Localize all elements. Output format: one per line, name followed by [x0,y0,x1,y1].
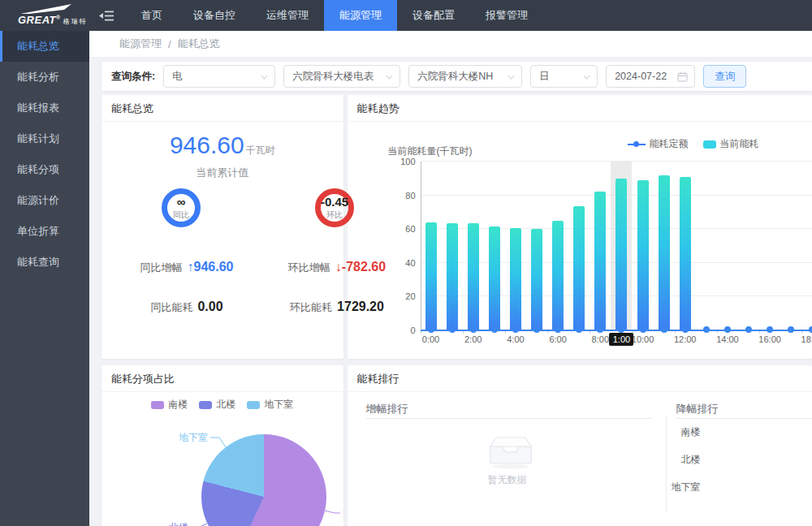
y-tick-label-20: 20 [388,291,416,301]
calendar-icon [677,71,688,82]
bar-0:00[interactable] [425,222,437,330]
legend-item-quota[interactable]: 能耗定额 [628,137,689,151]
x-tick-label-2:00: 2:00 [460,334,487,344]
rank-item-2[interactable]: 地下室 [667,481,701,494]
top-bar: GREAT®格瑞特 首页设备自控运维管理能源管理设备配置报警管理 [0,0,812,31]
sidebar-collapse-button[interactable] [99,10,114,22]
y-tick-label-0: 0 [388,326,416,335]
sidebar-item-7[interactable]: 能耗查询 [0,247,89,278]
total-consumption-value: 946.60 [170,132,244,158]
main-area: 能源管理 / 能耗总览 查询条件: 电六院骨科大楼电表六院骨科大楼NH日 202… [89,31,812,526]
legend-item-current[interactable]: 当前能耗 [703,137,759,151]
bar-2:00[interactable] [468,223,479,330]
nav-item-2[interactable]: 运维管理 [251,0,324,31]
chevron-down-icon [261,73,268,80]
query-select-3-value: 日 [539,71,550,82]
fold-icon [99,10,114,22]
y-tick-label-40: 40 [388,258,416,268]
query-label: 查询条件: [111,70,155,84]
x-tick-label-18:00: 18:00 [798,334,812,344]
search-button[interactable]: 查询 [703,65,746,88]
rank-item-1[interactable]: 北楼 [667,453,701,467]
yoy-energy-value: 0.00 [197,300,222,313]
empty-text: 暂无数据 [348,473,667,487]
total-consumption-unit: 千瓦时 [246,144,275,156]
bar-3:00[interactable] [489,226,500,330]
nav-item-0[interactable]: 首页 [126,0,178,31]
nav-item-5[interactable]: 报警管理 [470,0,543,31]
quota-dot-11:00 [661,326,667,333]
quota-dot-1:00 [449,326,456,333]
overview-card-body: 946.60千瓦时 当前累计值 ∞ 同比 -0.45 环比 同比增幅↑946.6… [102,122,343,358]
breadcrumb: 能源管理 / 能耗总览 [89,31,812,57]
query-select-2[interactable]: 六院骨科大楼NH [408,65,522,88]
bar-6:00[interactable] [552,221,564,330]
sidebar-item-4[interactable]: 能耗分项 [0,154,89,185]
bar-8:00[interactable] [594,192,606,330]
sidebar-item-6[interactable]: 单位折算 [0,216,89,247]
rank-card: 能耗排行 增幅排行 降幅排行 暂无数据 南楼北楼地下室 [348,365,812,526]
quota-dot-13:00 [703,326,710,333]
quota-dot-5:00 [533,326,540,333]
x-tick-label-0:00: 0:00 [417,334,445,344]
brand-logo: GREAT®格瑞特 [0,0,91,31]
bar-1:00[interactable] [447,223,458,330]
breadcrumb-separator: / [168,38,171,50]
sidebar-item-0[interactable]: 能耗总览 [0,31,89,62]
bar-11:00[interactable] [659,175,670,330]
pie-card-title: 能耗分项占比 [102,365,343,392]
logo-swoosh-icon [19,3,78,15]
nav-item-3[interactable]: 能源管理 [324,0,397,31]
mom-growth-label: 环比增幅 [288,261,330,274]
logo-text: GREAT®格瑞特 [18,14,88,26]
pie-slice-label-1: 北楼 [169,522,188,526]
bar-4:00[interactable] [510,228,521,330]
mom-ring-label: 环比 [326,209,343,221]
bar-12:00[interactable] [680,177,691,330]
bar-7:00[interactable] [573,206,585,330]
quota-dot-7:00 [576,326,582,333]
sidebar-item-5[interactable]: 能源计价 [0,185,89,216]
x-tick-label-6:00: 6:00 [544,334,572,344]
quota-dot-2:00 [470,326,477,333]
chevron-down-icon [508,73,515,80]
sidebar-item-1[interactable]: 能耗分析 [0,62,89,93]
total-consumption-label: 当前累计值 [102,166,343,180]
sidebar-item-2[interactable]: 能耗报表 [0,93,89,123]
logo-registered-mark: ® [56,15,61,20]
trend-plot[interactable]: 0204060801000:002:004:006:008:0010:0012:… [421,162,812,330]
pie-card-body: 南楼北楼地下室 南楼北楼地下室 [102,392,343,526]
rank-item-0[interactable]: 南楼 [667,425,701,439]
overview-card-title: 能耗总览 [102,95,343,122]
quota-dot-15:00 [745,326,752,333]
logo-suffix: 格瑞特 [63,18,88,25]
quota-line-series [421,330,812,331]
query-bar: 查询条件: 电六院骨科大楼电表六院骨科大楼NH日 2024-07-22 查询 [102,62,812,91]
bar-series-marker-icon [703,140,716,149]
date-value: 2024-07-22 [615,71,667,82]
date-picker[interactable]: 2024-07-22 [606,65,695,88]
query-select-1[interactable]: 六院骨科大楼电表 [283,65,400,88]
chevron-down-icon [387,73,393,80]
query-select-0[interactable]: 电 [163,65,275,88]
nav-item-1[interactable]: 设备自控 [178,0,251,31]
trend-card-title: 能耗趋势 [348,95,812,122]
y-axis-line [421,162,421,330]
x-tick-label-4:00: 4:00 [502,334,529,344]
rank-card-title: 能耗排行 [348,365,812,392]
bar-5:00[interactable] [531,229,542,330]
pie-card: 能耗分项占比 南楼北楼地下室 南楼北楼地下室 [102,365,343,526]
nav-item-4[interactable]: 设备配置 [397,0,470,31]
bar-10:00[interactable] [637,180,649,330]
breadcrumb-current: 能耗总览 [178,37,220,51]
y-tick-label-100: 100 [388,157,416,166]
query-select-2-value: 六院骨科大楼NH [417,71,493,82]
rank-decrease-divider [676,418,812,419]
breadcrumb-parent[interactable]: 能源管理 [119,37,162,51]
sidebar-item-3[interactable]: 能耗计划 [0,123,89,154]
yoy-energy-label: 同比能耗 [150,301,192,313]
query-select-3[interactable]: 日 [530,65,598,88]
bar-9:00[interactable] [615,179,627,330]
yoy-ring: ∞ 同比 [162,188,201,227]
yoy-energy-row: 同比能耗0.00 [110,300,264,315]
